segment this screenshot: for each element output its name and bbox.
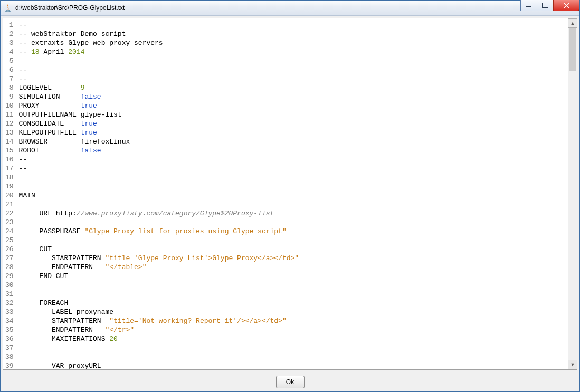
maximize-button[interactable] — [537, 0, 554, 11]
client-area: 1 2 3 4 5 6 7 8 9 10 11 12 13 14 15 16 1… — [1, 16, 579, 391]
split-divider[interactable] — [320, 18, 320, 369]
scroll-track[interactable] — [568, 28, 577, 360]
app-window: d:\webStraktor\Src\PROG-GlypeList.txt 1 … — [0, 0, 580, 392]
scroll-up-button[interactable]: ▲ — [568, 18, 577, 28]
text-viewer: 1 2 3 4 5 6 7 8 9 10 11 12 13 14 15 16 1… — [3, 18, 577, 370]
code-content[interactable]: -- -- webStraktor Demo script -- extraxt… — [17, 18, 568, 369]
minimize-button[interactable] — [520, 0, 537, 11]
scroll-down-button[interactable]: ▼ — [568, 360, 577, 369]
titlebar[interactable]: d:\webStraktor\Src\PROG-GlypeList.txt — [1, 1, 579, 16]
ok-button[interactable]: Ok — [276, 376, 305, 388]
window-controls — [520, 1, 579, 11]
window-title: d:\webStraktor\Src\PROG-GlypeList.txt — [15, 4, 125, 12]
scroll-thumb[interactable] — [569, 28, 576, 71]
button-bar: Ok — [1, 372, 579, 391]
code-area[interactable]: 1 2 3 4 5 6 7 8 9 10 11 12 13 14 15 16 1… — [3, 18, 568, 369]
vertical-scrollbar[interactable]: ▲ ▼ — [568, 18, 577, 369]
line-gutter: 1 2 3 4 5 6 7 8 9 10 11 12 13 14 15 16 1… — [3, 18, 17, 369]
close-button[interactable] — [553, 0, 579, 11]
java-icon — [4, 4, 12, 12]
